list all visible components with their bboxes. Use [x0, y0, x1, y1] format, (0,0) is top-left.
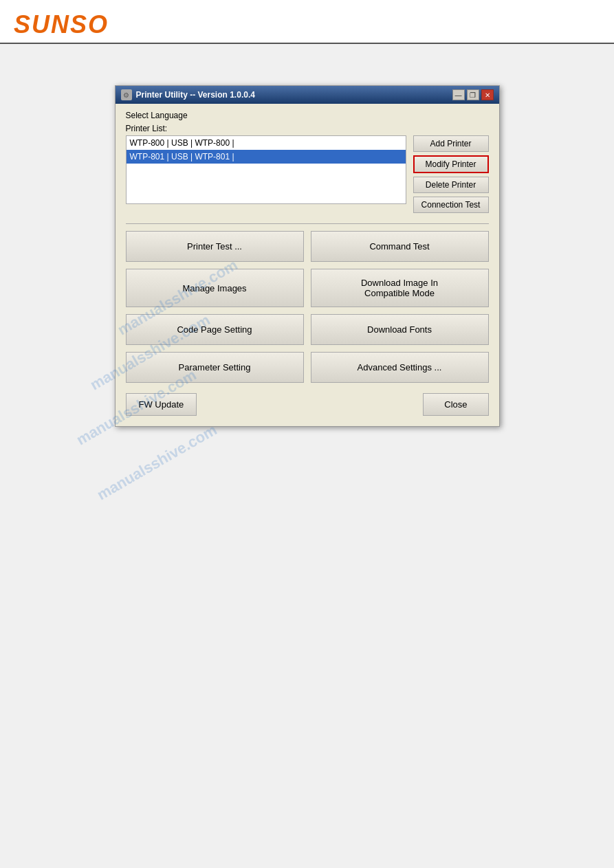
select-language-label: Select Language	[126, 111, 489, 120]
minimize-button[interactable]: —	[452, 89, 465, 100]
window-title-left: ⚙ Printer Utility -- Version 1.0.0.4	[121, 89, 255, 100]
close-button[interactable]: Close	[423, 393, 488, 416]
printer-listbox[interactable]: WTP-800 | USB | WTP-800 | WTP-801 | USB …	[126, 135, 406, 204]
printer-list-label: Printer List:	[126, 124, 489, 133]
bottom-buttons: FW Update Close	[126, 393, 489, 416]
fw-update-button[interactable]: FW Update	[126, 393, 197, 416]
manage-images-button[interactable]: Manage Images	[126, 269, 304, 307]
sunso-logo: SUNSO	[14, 12, 600, 37]
window-body: Select Language Printer List: WTP-800 | …	[116, 104, 499, 426]
restore-button[interactable]: ❐	[467, 89, 479, 100]
printer-list-area: WTP-800 | USB | WTP-800 | WTP-801 | USB …	[126, 135, 489, 213]
window-controls: — ❐ ✕	[452, 89, 494, 100]
add-printer-button[interactable]: Add Printer	[413, 135, 489, 152]
advanced-settings-button[interactable]: Advanced Settings ...	[311, 352, 489, 383]
connection-test-button[interactable]: Connection Test	[413, 197, 489, 213]
parameter-setting-button[interactable]: Parameter Setting	[126, 352, 304, 383]
modify-printer-button[interactable]: Modify Printer	[413, 155, 489, 173]
app-window: ⚙ Printer Utility -- Version 1.0.0.4 — ❐…	[115, 85, 500, 427]
page-content: ⚙ Printer Utility -- Version 1.0.0.4 — ❐…	[0, 44, 614, 468]
logo-container: SUNSO	[14, 7, 600, 43]
command-test-button[interactable]: Command Test	[311, 231, 489, 262]
printer-buttons: Add Printer Modify Printer Delete Printe…	[413, 135, 489, 213]
window-title: Printer Utility -- Version 1.0.0.4	[136, 90, 255, 100]
printer-item-0[interactable]: WTP-800 | USB | WTP-800 |	[127, 136, 406, 150]
window-icon: ⚙	[121, 89, 132, 100]
watermark-text-4: manualsshive.com	[94, 421, 220, 504]
code-page-setting-button[interactable]: Code Page Setting	[126, 314, 304, 345]
window-titlebar: ⚙ Printer Utility -- Version 1.0.0.4 — ❐…	[116, 86, 499, 104]
page-header: SUNSO	[0, 0, 614, 44]
download-fonts-button[interactable]: Download Fonts	[311, 314, 489, 345]
close-window-button[interactable]: ✕	[481, 89, 494, 100]
main-buttons-grid: Printer Test ... Command Test Manage Ima…	[126, 231, 489, 383]
printer-item-1[interactable]: WTP-801 | USB | WTP-801 |	[127, 150, 406, 164]
delete-printer-button[interactable]: Delete Printer	[413, 177, 489, 193]
divider	[126, 223, 489, 224]
download-image-button[interactable]: Download Image In Compatible Mode	[311, 269, 489, 307]
printer-test-button[interactable]: Printer Test ...	[126, 231, 304, 262]
